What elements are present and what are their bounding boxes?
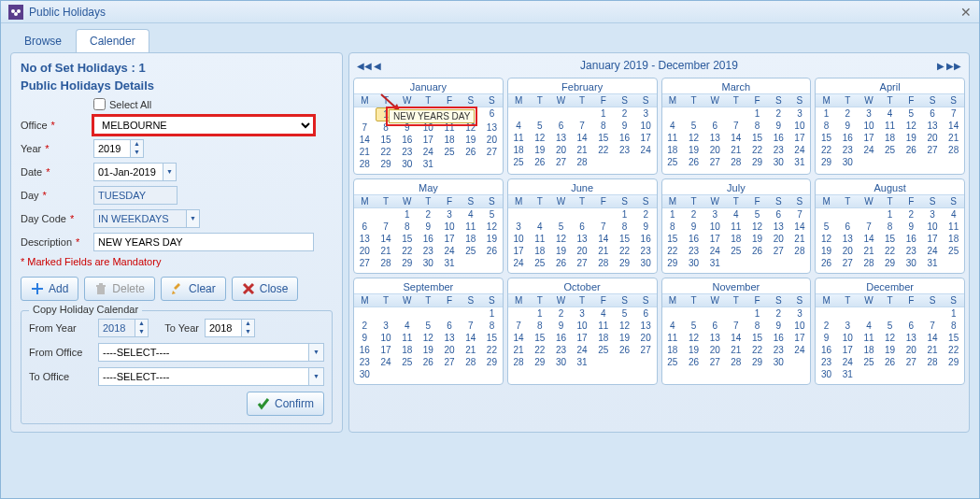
month-header[interactable]: April xyxy=(816,78,964,93)
day-cell[interactable]: 4 xyxy=(943,208,964,221)
day-cell[interactable]: 25 xyxy=(859,356,880,368)
day-cell[interactable]: 20 xyxy=(550,144,572,156)
day-cell[interactable]: 8 xyxy=(529,320,550,332)
day-cell[interactable]: 27 xyxy=(439,356,461,368)
day-cell[interactable]: 19 xyxy=(529,144,550,156)
day-cell[interactable]: 14 xyxy=(376,233,397,245)
day-cell[interactable]: 10 xyxy=(635,120,657,132)
day-cell[interactable]: 27 xyxy=(901,356,922,368)
day-cell[interactable]: 30 xyxy=(816,368,837,380)
day-cell[interactable]: 14 xyxy=(726,332,747,344)
day-cell[interactable]: 14 xyxy=(460,332,481,344)
day-cell[interactable]: 20 xyxy=(572,245,593,257)
day-cell[interactable]: 27 xyxy=(922,144,944,156)
year-input[interactable] xyxy=(93,139,131,158)
day-cell[interactable]: 4 xyxy=(508,120,530,132)
day-cell[interactable]: 9 xyxy=(683,221,704,233)
day-cell[interactable]: 17 xyxy=(572,332,593,344)
day-cell[interactable]: 20 xyxy=(768,233,789,245)
day-cell[interactable]: 3 xyxy=(922,208,944,221)
day-cell[interactable]: 6 xyxy=(481,107,503,121)
day-cell[interactable]: 12 xyxy=(550,233,572,245)
day-cell[interactable]: 29 xyxy=(746,356,768,368)
day-cell[interactable]: 11 xyxy=(662,332,684,344)
day-cell[interactable]: 4 xyxy=(460,208,481,221)
day-cell[interactable]: 29 xyxy=(662,257,684,269)
day-cell[interactable]: 6 xyxy=(704,320,726,332)
day-cell[interactable]: 29 xyxy=(943,356,964,368)
day-cell[interactable]: 22 xyxy=(376,146,397,158)
day-cell[interactable]: 16 xyxy=(614,132,635,144)
day-cell[interactable]: 21 xyxy=(354,146,376,158)
day-cell[interactable]: 17 xyxy=(508,245,530,257)
day-cell[interactable]: 22 xyxy=(879,245,901,257)
day-cell[interactable]: 17 xyxy=(837,344,859,356)
month-header[interactable]: October xyxy=(508,278,657,293)
day-cell[interactable]: 19 xyxy=(683,144,704,156)
day-cell[interactable]: 16 xyxy=(418,233,439,245)
day-cell[interactable]: 13 xyxy=(901,332,922,344)
day-cell[interactable]: 20 xyxy=(635,332,657,344)
day-cell[interactable]: 10 xyxy=(837,332,859,344)
day-cell[interactable]: 23 xyxy=(768,344,789,356)
day-cell[interactable]: 6 xyxy=(922,107,944,120)
day-cell[interactable]: 15 xyxy=(396,233,418,245)
day-cell[interactable]: 15 xyxy=(614,233,635,245)
month-header[interactable]: May xyxy=(354,179,503,194)
day-cell[interactable]: 2 xyxy=(550,307,572,320)
day-cell[interactable]: 18 xyxy=(943,233,964,245)
day-cell[interactable]: 20 xyxy=(481,134,503,146)
day-cell[interactable]: 11 xyxy=(859,332,880,344)
day-cell[interactable]: 27 xyxy=(837,257,859,269)
day-cell[interactable]: 12 xyxy=(614,320,635,332)
day-cell[interactable]: 4 xyxy=(662,320,684,332)
year-spinner[interactable]: ▲▼ xyxy=(131,139,144,158)
day-cell[interactable]: 16 xyxy=(768,332,789,344)
day-cell[interactable]: 20 xyxy=(354,245,376,257)
day-cell[interactable]: 21 xyxy=(726,144,747,156)
day-cell[interactable]: 5 xyxy=(418,320,439,332)
day-cell[interactable]: 7 xyxy=(376,221,397,233)
day-cell[interactable]: 27 xyxy=(704,156,726,168)
day-cell[interactable]: 19 xyxy=(418,344,439,356)
day-cell[interactable]: 25 xyxy=(662,356,684,368)
day-cell[interactable]: 8 xyxy=(816,120,837,132)
day-cell[interactable]: 10 xyxy=(859,120,880,132)
day-cell[interactable]: 31 xyxy=(572,356,593,368)
day-cell[interactable]: 5 xyxy=(746,208,768,221)
day-cell[interactable]: 11 xyxy=(943,221,964,233)
day-cell[interactable]: 27 xyxy=(768,245,789,257)
day-cell[interactable]: 26 xyxy=(460,146,481,158)
day-cell[interactable]: 9 xyxy=(837,120,859,132)
day-cell[interactable]: 11 xyxy=(879,120,901,132)
day-cell[interactable]: 24 xyxy=(508,257,530,269)
next-month-icon[interactable]: ▶ xyxy=(937,61,944,71)
day-cell[interactable]: 22 xyxy=(746,144,768,156)
day-cell[interactable]: 13 xyxy=(768,221,789,233)
day-cell[interactable]: 6 xyxy=(704,120,726,132)
description-input[interactable] xyxy=(93,233,314,251)
day-cell[interactable]: 28 xyxy=(354,158,376,170)
day-cell[interactable]: 3 xyxy=(837,320,859,332)
day-cell[interactable]: 2 xyxy=(837,107,859,120)
day-cell[interactable]: 20 xyxy=(901,344,922,356)
day-cell[interactable]: 21 xyxy=(592,245,614,257)
day-cell[interactable]: 1 xyxy=(879,208,901,221)
to-office-dropdown-icon[interactable]: ▼ xyxy=(309,367,324,386)
day-cell[interactable]: 20 xyxy=(704,344,726,356)
day-cell[interactable]: 7 xyxy=(943,107,964,120)
day-cell[interactable]: 21 xyxy=(572,144,593,156)
day-cell[interactable]: 21 xyxy=(726,344,747,356)
day-cell[interactable]: 6 xyxy=(901,320,922,332)
day-cell[interactable]: 16 xyxy=(901,233,922,245)
day-cell[interactable]: 11 xyxy=(460,221,481,233)
day-cell[interactable]: 19 xyxy=(683,344,704,356)
day-cell[interactable]: 14 xyxy=(508,332,530,344)
day-cell[interactable]: 1 xyxy=(592,107,614,120)
next-year-icon[interactable]: ▶▶ xyxy=(946,61,961,71)
day-cell[interactable]: 9 xyxy=(354,332,376,344)
day-cell[interactable]: 30 xyxy=(550,356,572,368)
day-cell[interactable]: 29 xyxy=(816,156,837,168)
day-cell[interactable]: 24 xyxy=(837,356,859,368)
day-cell[interactable]: 3 xyxy=(635,107,657,120)
